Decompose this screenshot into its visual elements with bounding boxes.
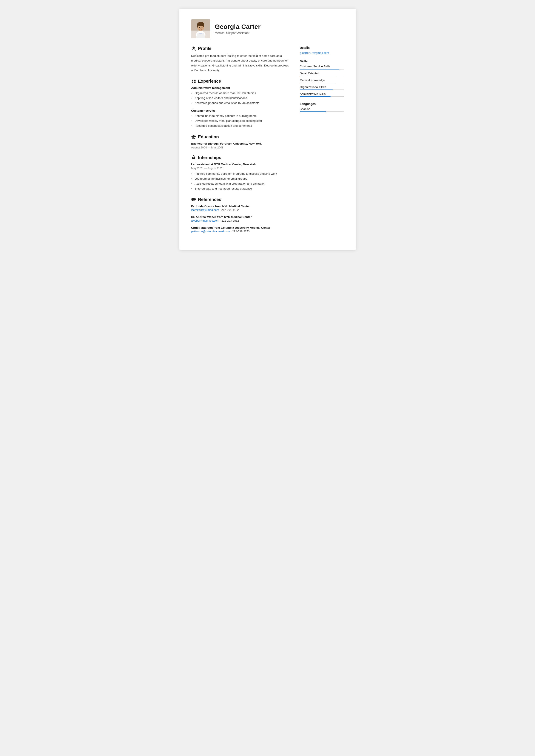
- svg-rect-13: [194, 80, 196, 81]
- ref-3-contact: patterson@columbiaumed.com · 212-638-227…: [191, 230, 290, 233]
- skill-item-4: Organizational Skills: [300, 85, 344, 90]
- ref-3-phone: 212-638-2273: [232, 230, 249, 233]
- exp-bullet: Organized records of more than 100 lab s…: [195, 91, 290, 96]
- svg-marker-16: [191, 135, 196, 138]
- skill-3-bar-fill: [300, 83, 335, 83]
- internships-icon: [191, 155, 196, 160]
- header: Georgia Carter Medical Support Assistant: [191, 19, 344, 38]
- references-heading: References: [191, 197, 290, 202]
- references-icon: [191, 197, 196, 202]
- intern-item-title: Lab assistant at NYU Medical Center, New…: [191, 163, 290, 166]
- exp-job-2-title: Customer service: [191, 109, 290, 112]
- svg-rect-7: [203, 24, 204, 27]
- skill-4-name: Organizational Skills: [300, 85, 344, 89]
- references-section: References Dr. Linda Coroza from NYU Med…: [191, 197, 290, 233]
- ref-1-separator: ·: [220, 208, 221, 211]
- skill-item-1: Customer Service Skills: [300, 65, 344, 70]
- skill-4-bar-fill: [300, 90, 333, 90]
- edu-dates: August 2004 — May 2008: [191, 146, 290, 149]
- ref-item-2: Dr. Andrew Weber from NYU Medical Center…: [191, 215, 290, 222]
- avatar: [191, 19, 210, 38]
- ref-1-contact: lcoroza@nyumed.com · 212-994-4482: [191, 208, 290, 211]
- lang-1-bar-bg: [300, 111, 344, 112]
- resume-page: Georgia Carter Medical Support Assistant…: [180, 9, 356, 250]
- skill-1-bar-fill: [300, 69, 340, 70]
- exp-job-2-bullets: Served lunch to elderly patients in nurs…: [195, 114, 290, 128]
- body-layout: Profile Dedicated pre-med student lookin…: [191, 46, 344, 239]
- header-text: Georgia Carter Medical Support Assistant: [215, 23, 261, 35]
- details-title: Details: [300, 46, 344, 49]
- skill-4-bar-bg: [300, 90, 344, 90]
- ref-item-1: Dr. Linda Coroza from NYU Medical Center…: [191, 205, 290, 211]
- skill-3-name: Medical Knowledge: [300, 78, 344, 82]
- education-icon: [191, 134, 196, 139]
- languages-title: Languages: [300, 102, 344, 106]
- svg-rect-12: [192, 80, 193, 81]
- education-section: Education Bachelor of Biology, Fordham U…: [191, 134, 290, 149]
- exp-job-1-title: Administrative management: [191, 86, 290, 90]
- exp-bullet: Served lunch to elderly patients in nurs…: [195, 114, 290, 119]
- lang-1-name: Spanish: [300, 107, 344, 111]
- detail-email[interactable]: g.carter87@gmail.com: [300, 51, 344, 54]
- skill-5-bar-fill: [300, 97, 331, 97]
- svg-rect-14: [192, 82, 193, 83]
- lang-item-1: Spanish: [300, 107, 344, 112]
- exp-bullet: Recorded patient satisfaction and commen…: [195, 124, 290, 128]
- intern-bullet: Assisted research team with preparation …: [195, 182, 290, 186]
- ref-1-email[interactable]: lcoroza@nyumed.com: [191, 208, 219, 211]
- ref-2-email[interactable]: aweber@nyumed.com: [191, 219, 219, 222]
- svg-point-8: [199, 27, 200, 28]
- ref-3-email[interactable]: patterson@columbiaumed.com: [191, 230, 230, 233]
- ref-2-separator: ·: [220, 219, 221, 222]
- exp-bullet: Answered phones and emails for 15 lab as…: [195, 101, 290, 106]
- internships-heading: Internships: [191, 155, 290, 160]
- skill-2-name: Detail Oriented: [300, 71, 344, 75]
- intern-bullet: Led tours of lab facilities for small gr…: [195, 177, 290, 182]
- profile-icon: [191, 46, 196, 51]
- intern-bullet: Planned community outreach programs to d…: [195, 172, 290, 177]
- skill-item-2: Detail Oriented: [300, 71, 344, 76]
- svg-rect-19: [193, 157, 194, 158]
- experience-title: Experience: [198, 79, 221, 84]
- profile-text: Dedicated pre-med student looking to ent…: [191, 54, 290, 73]
- experience-icon: [191, 79, 196, 84]
- svg-rect-15: [194, 82, 196, 83]
- candidate-name: Georgia Carter: [215, 23, 261, 30]
- skill-item-3: Medical Knowledge: [300, 78, 344, 83]
- svg-marker-20: [195, 198, 196, 200]
- ref-item-3: Chris Patterson from Columbia University…: [191, 226, 290, 233]
- education-title: Education: [198, 134, 219, 139]
- skill-5-bar-bg: [300, 97, 344, 97]
- right-column: Details g.carter87@gmail.com Skills Cust…: [300, 46, 344, 239]
- ref-2-phone: 212-293-2832: [222, 219, 239, 222]
- exp-bullet: Kept log of lab visitors and identificat…: [195, 96, 290, 101]
- internships-section: Internships Lab assistant at NYU Medical…: [191, 155, 290, 191]
- edu-degree: Bachelor of Biology, Fordham University,…: [191, 142, 290, 145]
- svg-point-11: [192, 46, 195, 49]
- ref-1-phone: 212-994-4482: [221, 208, 239, 211]
- education-heading: Education: [191, 134, 290, 139]
- ref-1-name: Dr. Linda Coroza from NYU Medical Center: [191, 205, 290, 208]
- ref-2-contact: aweber@nyumed.com · 212-293-2832: [191, 219, 290, 222]
- left-column: Profile Dedicated pre-med student lookin…: [191, 46, 290, 239]
- svg-rect-6: [197, 24, 198, 28]
- intern-item-dates: May 2020 — August 2020: [191, 167, 290, 170]
- references-title: References: [198, 197, 221, 202]
- skill-2-bar-bg: [300, 76, 344, 76]
- skill-5-name: Administrative Skills: [300, 92, 344, 96]
- skills-title: Skills: [300, 60, 344, 63]
- ref-2-name: Dr. Andrew Weber from NYU Medical Center: [191, 215, 290, 219]
- skill-item-5: Administrative Skills: [300, 92, 344, 97]
- profile-section: Profile Dedicated pre-med student lookin…: [191, 46, 290, 73]
- internships-title: Internships: [198, 155, 221, 160]
- experience-section: Experience Administrative management Org…: [191, 79, 290, 128]
- skill-1-bar-bg: [300, 69, 344, 70]
- profile-heading: Profile: [191, 46, 290, 51]
- intern-bullet: Entered data and managed results databas…: [195, 186, 290, 191]
- skill-3-bar-bg: [300, 83, 344, 83]
- skill-2-bar-fill: [300, 76, 337, 76]
- candidate-title: Medical Support Assistant: [215, 31, 261, 35]
- skill-1-name: Customer Service Skills: [300, 65, 344, 68]
- ref-3-name: Chris Patterson from Columbia University…: [191, 226, 290, 229]
- intern-item-bullets: Planned community outreach programs to d…: [195, 172, 290, 191]
